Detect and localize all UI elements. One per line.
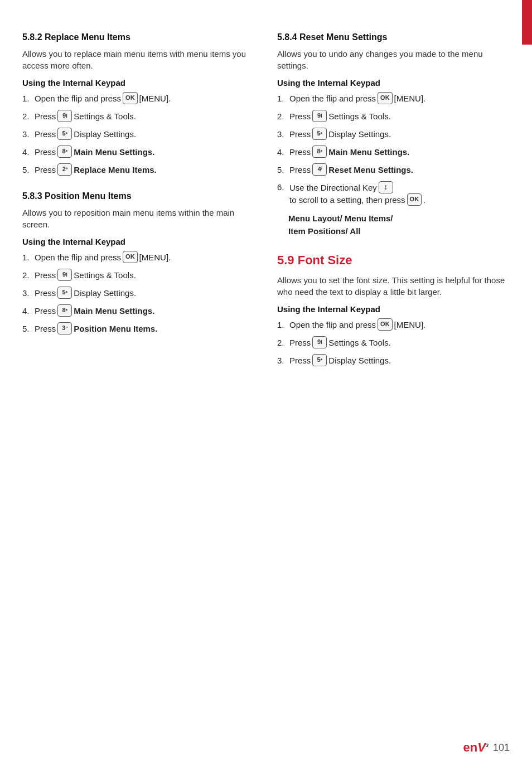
step-584-5: 5. Press 4ʲ Reset Menu Settings. (277, 163, 510, 176)
step-num: 2. (277, 337, 289, 348)
step-content: Open the flip and press OK [MENU]. (35, 92, 171, 104)
step-content: Press 5* Display Settings. (289, 128, 391, 140)
section-582: 5.8.2 Replace Menu Items Allows you to r… (22, 32, 255, 176)
content: 5.8.2 Replace Menu Items Allows you to r… (0, 0, 532, 766)
step-text: Press (289, 337, 311, 348)
ok-key: OK (378, 318, 393, 331)
step-text: Press (35, 128, 56, 140)
step-59-3: 3. Press 5* Display Settings. (277, 354, 510, 366)
key-8: 8* (57, 146, 72, 158)
step-content: Press 8* Main Menu Settings. (35, 146, 154, 158)
step-after: Main Menu Settings. (74, 305, 154, 317)
section-583-body: Allows you to reposition main menu items… (22, 207, 255, 230)
step-584-1: 1. Open the flip and press OK [MENU]. (277, 92, 510, 104)
step-num: 1. (22, 251, 35, 263)
step-after: Settings & Tools. (328, 110, 390, 122)
key-2: 2ᵃ (57, 163, 72, 176)
step-after: Display Settings. (74, 287, 136, 299)
step-583-4: 4. Press 8* Main Menu Settings. (22, 304, 255, 317)
step-num: 3. (277, 355, 289, 366)
ok-key: OK (123, 92, 138, 104)
step-content: Press 5* Display Settings. (289, 354, 391, 366)
right-column: 5.8.4 Reset Menu Settings Allows you to … (272, 22, 510, 733)
step-text: Use the Directional Key (289, 182, 377, 193)
step-after: Reset Menu Settings. (328, 164, 413, 176)
page: 5.8.2 Replace Menu Items Allows you to r… (0, 0, 532, 766)
step-584-4: 4. Press 8* Main Menu Settings. (277, 146, 510, 158)
step-text: Open the flip and press (35, 251, 121, 263)
note-box: Menu Layout/ Menu Items/Item Positions/ … (288, 212, 510, 237)
step-num: 2. (22, 110, 35, 122)
nav-key: ↕ (379, 181, 393, 193)
step-num: 3. (22, 287, 35, 299)
step-num: 4. (22, 146, 35, 158)
step-mid: to scroll to a setting, then press (289, 194, 405, 206)
step-content: Press 8* Main Menu Settings. (289, 146, 409, 158)
section-583-title: 5.8.3 Position Menu Items (22, 191, 255, 201)
section-59-body: Allows you to set the font size. This se… (277, 274, 510, 298)
red-tab (522, 0, 532, 45)
key-5: 5* (57, 287, 72, 299)
footer: enV3 101 (463, 740, 510, 755)
step-content: Press 3″ Position Menu Items. (35, 322, 157, 334)
step-text: Press (35, 323, 56, 334)
brand-v: V (477, 740, 486, 754)
step-after: Settings & Tools. (74, 269, 136, 281)
step-after: Display Settings. (328, 128, 391, 140)
step-content: Press 9l Settings & Tools. (289, 336, 391, 348)
key-5: 5* (57, 128, 72, 140)
step-num: 3. (22, 128, 35, 140)
step-num: 1. (22, 93, 35, 104)
left-column: 5.8.2 Replace Menu Items Allows you to r… (22, 22, 272, 733)
step-num: 3. (277, 128, 289, 140)
step-text: Open the flip and press (289, 319, 376, 331)
key-8: 8* (312, 146, 327, 158)
step-text: Press (289, 110, 311, 122)
key-9: 9l (57, 110, 72, 122)
step-content: Open the flip and press OK [MENU]. (289, 318, 425, 331)
step-num: 4. (277, 146, 289, 158)
step-text: Press (35, 269, 56, 281)
step-584-3: 3. Press 5* Display Settings. (277, 128, 510, 140)
step-num: 1. (277, 93, 289, 104)
key-9: 9l (312, 110, 327, 122)
step-text: Press (289, 128, 311, 140)
section-59-keypad-heading: Using the Internal Keypad (277, 304, 510, 314)
step-after: Display Settings. (74, 128, 136, 140)
step-text: Open the flip and press (289, 93, 376, 104)
step-content: Press 4ʲ Reset Menu Settings. (289, 163, 413, 176)
key-9: 9l (57, 269, 72, 281)
key-9: 9l (312, 336, 327, 348)
step-content: Press 2ᵃ Replace Menu Items. (35, 163, 157, 176)
step-after: [MENU]. (139, 93, 171, 104)
step-after: [MENU]. (394, 93, 426, 104)
step-59-2: 2. Press 9l Settings & Tools. (277, 336, 510, 348)
step-num: 5. (22, 164, 35, 176)
ok-key: OK (123, 251, 138, 263)
step-584-2: 2. Press 9l Settings & Tools. (277, 110, 510, 122)
section-582-title: 5.8.2 Replace Menu Items (22, 32, 255, 42)
step-num: 2. (22, 269, 35, 281)
section-584-keypad-heading: Using the Internal Keypad (277, 78, 510, 88)
step-num: 2. (277, 110, 289, 122)
step-after: [MENU]. (394, 319, 426, 331)
step-content: Press 9l Settings & Tools. (289, 110, 391, 122)
step-text: Press (289, 355, 311, 366)
step-content: Press 5* Display Settings. (35, 128, 136, 140)
step-num: 1. (277, 319, 289, 331)
section-583: 5.8.3 Position Menu Items Allows you to … (22, 191, 255, 334)
step-num: 6. (277, 181, 289, 193)
section-59-title: 5.9 Font Size (277, 253, 510, 268)
step-582-5: 5. Press 2ᵃ Replace Menu Items. (22, 163, 255, 176)
step-content: Press 5* Display Settings. (35, 287, 136, 299)
step-content: Use the Directional Key ↕ to scroll to a… (289, 181, 510, 206)
step-text: Press (35, 110, 56, 122)
key-5: 5* (312, 354, 327, 366)
step-583-2: 2. Press 9l Settings & Tools. (22, 269, 255, 281)
section-583-keypad-heading: Using the Internal Keypad (22, 237, 255, 246)
brand-en: en (463, 740, 478, 754)
footer-page-number: 101 (493, 742, 510, 754)
step-after: . (423, 194, 425, 206)
section-584-title: 5.8.4 Reset Menu Settings (277, 32, 510, 42)
step-content: Open the flip and press OK [MENU]. (289, 92, 425, 104)
